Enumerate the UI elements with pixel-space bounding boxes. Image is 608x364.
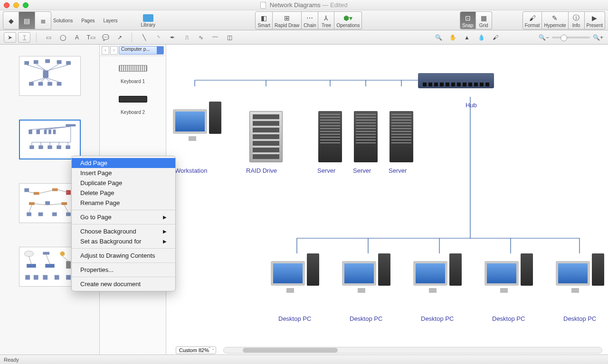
hub-node[interactable] [418,73,494,88]
textbox-tool[interactable]: T▭ [85,32,97,43]
desktop-label-3: Desktop PC [421,315,454,322]
page-thumbnail-1[interactable] [19,56,81,96]
rectangle-tool[interactable]: ▭ [42,32,55,43]
svg-rect-67 [66,275,71,280]
hypernote-button[interactable]: ✎Hypernote [542,11,568,29]
desktop-node-2[interactable] [342,253,390,286]
text-select-tool[interactable]: ⌶ [18,32,30,43]
menu-properties[interactable]: Properties... [72,265,175,275]
info-button[interactable]: ⓘInfo [569,11,585,29]
bezier-tool[interactable]: 〰 [209,32,221,43]
text-tool[interactable]: A [71,32,83,43]
server-node-1[interactable] [318,111,342,162]
keyboard-icon [119,65,147,72]
svg-rect-23 [53,130,56,134]
server-node-3[interactable] [390,111,413,162]
paint-tool[interactable]: 🖌 [489,32,502,43]
svg-rect-48 [52,213,57,216]
zoom-in-button[interactable]: 🔍+ [592,32,604,43]
menu-go-to-page[interactable]: Go to Page▶ [72,212,175,222]
stamp-tool[interactable]: ▲ [461,32,473,43]
menu-add-page[interactable]: Add Page [72,158,175,168]
zoom-tool[interactable]: 🔍 [432,32,445,43]
menu-choose-background[interactable]: Choose Background▶ [72,226,175,236]
page-thumbnail-2[interactable] [19,120,81,159]
server-label-3: Server [389,167,407,174]
hand-tool[interactable]: ✋ [446,32,459,43]
horizontal-scrollbar[interactable] [223,347,602,354]
svg-line-55 [29,205,32,213]
svg-rect-39 [24,188,29,192]
library-item-keyboard-1[interactable]: Keyboard 1 [102,60,164,84]
svg-rect-8 [48,82,52,86]
shape-tool[interactable]: ◫ [223,32,236,43]
menu-delete-page[interactable]: Delete Page [72,188,175,198]
menu-set-as-background[interactable]: Set as Background for▶ [72,236,175,246]
raid-node[interactable] [249,111,283,162]
svg-rect-18 [66,124,76,127]
menu-separator [72,210,175,210]
pen-tool[interactable]: ✒ [166,32,179,43]
workstation-node[interactable] [173,102,221,134]
menu-duplicate-page[interactable]: Duplicate Page [72,178,175,188]
connector-tool[interactable]: ⎍ [180,32,193,43]
eyedropper-tool[interactable]: 💧 [475,32,487,43]
svg-point-57 [24,251,34,257]
zoom-slider[interactable] [552,37,590,38]
grid-button[interactable]: ▦Grid [476,11,492,29]
menu-create-new-document[interactable]: Create new document [72,279,175,289]
menu-adjust-to-contents[interactable]: Adjust to Drawing Contents [72,251,175,261]
arrow-tool[interactable]: ↗ [114,32,126,43]
raid-icon [249,111,283,162]
library-selector[interactable]: Computer p... [119,46,164,55]
desktop-node-5[interactable] [556,253,604,286]
svg-rect-5 [43,70,48,78]
solutions-button[interactable]: ◆ [3,11,19,29]
svg-rect-58 [43,252,49,255]
callout-tool[interactable]: 💬 [99,32,112,43]
menu-insert-page[interactable]: Insert Page [72,168,175,178]
library-button[interactable]: Library [139,11,158,29]
minimize-icon[interactable] [13,2,19,8]
pages-button[interactable]: ▤ [19,11,35,29]
smart-button[interactable]: ◧Smart [255,11,273,29]
submenu-arrow-icon: ▶ [163,229,167,234]
close-icon[interactable] [4,2,10,8]
ellipse-tool[interactable]: ◯ [57,32,69,43]
scrollbar-thumb[interactable] [243,348,338,353]
svg-rect-31 [66,145,70,149]
present-button[interactable]: ▶Present [585,11,605,29]
format-button[interactable]: 🖌Format [522,11,542,29]
pointer-tool[interactable]: ➤ [4,32,16,43]
rapid-draw-button[interactable]: ⊞Rapid Draw [273,11,302,29]
zoom-select[interactable]: Custom 82% [176,346,216,354]
svg-rect-30 [57,145,61,149]
zoom-out-button[interactable]: 🔍− [538,32,550,43]
svg-rect-46 [27,213,31,216]
tower-icon [592,253,604,286]
desktop-node-3[interactable] [413,253,462,286]
arc-tool[interactable]: ◝ [152,32,164,43]
library-back-button[interactable]: ‹ [102,46,109,55]
maximize-icon[interactable] [23,2,28,8]
menu-rename-page[interactable]: Rename Page [72,198,175,208]
tower-icon [378,253,390,286]
spline-tool[interactable]: ∿ [195,32,207,43]
library-item-keyboard-2[interactable]: Keyboard 2 [102,91,164,115]
chain-button[interactable]: ⋯Chain [302,11,318,29]
keyboard-icon [119,96,147,103]
svg-line-12 [48,64,59,71]
snap-button[interactable]: ⊡Snap [460,11,476,29]
desktop-node-4[interactable] [484,253,533,286]
line-tool[interactable]: ╲ [138,32,150,43]
drawing-canvas[interactable]: Hub Workstation RAID Drive Server Server… [166,45,608,355]
desktop-node-1[interactable] [271,253,319,286]
tree-button[interactable]: ⅄Tree [318,11,334,29]
menu-separator [72,262,175,263]
layers-button[interactable]: ≣ [35,11,51,29]
submenu-arrow-icon: ▶ [163,215,167,220]
operations-button[interactable]: ⬢▾Operations [334,11,362,29]
server-node-2[interactable] [354,111,378,162]
snap-icon: ⊡ [463,14,473,22]
library-forward-button[interactable]: › [110,46,118,55]
